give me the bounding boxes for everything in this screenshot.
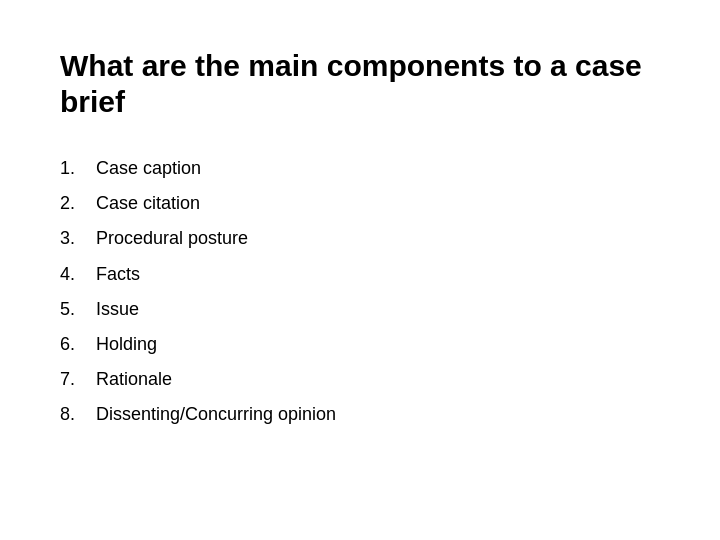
- list-text: Procedural posture: [96, 226, 248, 251]
- list-number: 4.: [60, 262, 96, 287]
- list-text: Dissenting/Concurring opinion: [96, 402, 336, 427]
- list-item: 7.Rationale: [60, 367, 660, 392]
- list-item: 6.Holding: [60, 332, 660, 357]
- list-number: 6.: [60, 332, 96, 357]
- content-list: 1.Case caption2.Case citation3.Procedura…: [60, 156, 660, 428]
- list-number: 1.: [60, 156, 96, 181]
- list-number: 3.: [60, 226, 96, 251]
- list-number: 5.: [60, 297, 96, 322]
- list-item: 8.Dissenting/Concurring opinion: [60, 402, 660, 427]
- list-text: Facts: [96, 262, 140, 287]
- list-text: Case citation: [96, 191, 200, 216]
- list-text: Case caption: [96, 156, 201, 181]
- list-text: Holding: [96, 332, 157, 357]
- list-number: 2.: [60, 191, 96, 216]
- list-item: 1.Case caption: [60, 156, 660, 181]
- list-item: 4.Facts: [60, 262, 660, 287]
- list-text: Issue: [96, 297, 139, 322]
- list-item: 5.Issue: [60, 297, 660, 322]
- list-item: 3.Procedural posture: [60, 226, 660, 251]
- list-number: 7.: [60, 367, 96, 392]
- list-item: 2.Case citation: [60, 191, 660, 216]
- slide-title: What are the main components to a case b…: [60, 48, 660, 120]
- list-text: Rationale: [96, 367, 172, 392]
- slide: What are the main components to a case b…: [0, 0, 720, 540]
- list-number: 8.: [60, 402, 96, 427]
